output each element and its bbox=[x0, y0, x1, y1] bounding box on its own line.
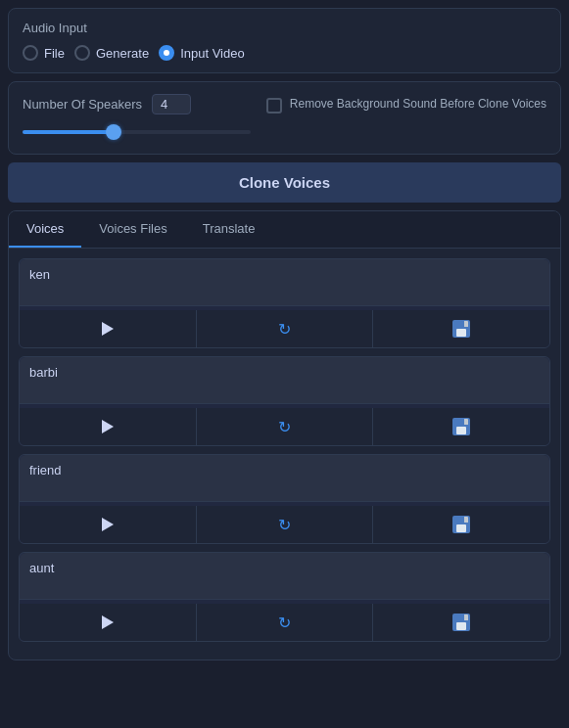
voice-textarea-barbi[interactable]: barbi bbox=[20, 357, 549, 404]
radio-input-video-circle bbox=[159, 45, 174, 61]
refresh-icon-barbi: ↻ bbox=[278, 418, 291, 436]
speakers-header: Number Of Speakers bbox=[23, 94, 251, 114]
floppy-icon-friend bbox=[452, 516, 470, 533]
speakers-label: Number Of Speakers bbox=[23, 97, 142, 112]
audio-input-panel: Audio Input File Generate Input Video bbox=[8, 8, 561, 73]
radio-generate-label: Generate bbox=[96, 46, 149, 61]
voice-actions-friend: ↻ bbox=[20, 506, 549, 543]
save-btn-ken[interactable] bbox=[373, 310, 549, 347]
voice-actions-barbi: ↻ bbox=[20, 408, 549, 445]
refresh-btn-friend[interactable]: ↻ bbox=[197, 506, 374, 543]
refresh-btn-aunt[interactable]: ↻ bbox=[197, 604, 374, 641]
voice-textarea-ken[interactable]: ken bbox=[20, 259, 549, 306]
voice-card-ken: ken ↻ bbox=[19, 258, 550, 348]
voice-card-aunt: aunt ↻ bbox=[19, 552, 550, 642]
save-btn-barbi[interactable] bbox=[373, 408, 549, 445]
tabs-panel: Voices Voices Files Translate ken ↻ bbox=[8, 210, 561, 660]
speakers-right: Remove Background Sound Before Clone Voi… bbox=[266, 94, 546, 114]
audio-input-label: Audio Input bbox=[23, 21, 546, 35]
speakers-value-input[interactable] bbox=[152, 94, 191, 114]
voice-textarea-friend[interactable]: friend bbox=[20, 455, 549, 502]
speakers-left: Number Of Speakers bbox=[23, 94, 251, 142]
slider-container bbox=[23, 122, 251, 142]
audio-input-radio-group: File Generate Input Video bbox=[23, 45, 546, 61]
voice-textarea-aunt[interactable]: aunt bbox=[20, 553, 549, 600]
floppy-icon-aunt bbox=[452, 614, 470, 631]
radio-file-circle bbox=[23, 45, 38, 61]
speakers-panel: Number Of Speakers Remove Background Sou… bbox=[8, 81, 561, 155]
remove-bg-container: Remove Background Sound Before Clone Voi… bbox=[266, 96, 546, 114]
play-btn-ken[interactable] bbox=[20, 310, 197, 347]
radio-generate-circle bbox=[74, 45, 90, 61]
radio-file-label: File bbox=[44, 46, 65, 61]
play-icon-ken bbox=[102, 322, 114, 336]
refresh-icon-aunt: ↻ bbox=[278, 614, 291, 632]
slider-fill bbox=[23, 130, 114, 134]
save-btn-aunt[interactable] bbox=[373, 604, 549, 641]
tabs-header: Voices Voices Files Translate bbox=[9, 211, 560, 249]
voice-card-friend: friend ↻ bbox=[19, 454, 550, 544]
remove-bg-label: Remove Background Sound Before Clone Voi… bbox=[290, 96, 546, 113]
refresh-btn-barbi[interactable]: ↻ bbox=[197, 408, 374, 445]
slider-track bbox=[23, 130, 251, 134]
refresh-btn-ken[interactable]: ↻ bbox=[197, 310, 374, 347]
voice-actions-aunt: ↻ bbox=[20, 604, 549, 641]
save-btn-friend[interactable] bbox=[373, 506, 549, 543]
radio-input-video[interactable]: Input Video bbox=[159, 45, 245, 61]
voice-actions-ken: ↻ bbox=[20, 310, 549, 347]
voice-card-barbi: barbi ↻ bbox=[19, 356, 550, 446]
speakers-row: Number Of Speakers Remove Background Sou… bbox=[23, 94, 546, 142]
radio-generate[interactable]: Generate bbox=[74, 45, 149, 61]
play-icon-aunt bbox=[102, 615, 114, 629]
slider-thumb[interactable] bbox=[106, 124, 121, 140]
radio-input-video-label: Input Video bbox=[180, 46, 245, 61]
floppy-icon-barbi bbox=[452, 418, 470, 435]
tabs-content: ken ↻ barbi bbox=[9, 249, 560, 660]
play-btn-aunt[interactable] bbox=[20, 604, 197, 641]
play-btn-barbi[interactable] bbox=[20, 408, 197, 445]
radio-file[interactable]: File bbox=[23, 45, 65, 61]
refresh-icon-ken: ↻ bbox=[278, 320, 291, 339]
play-icon-barbi bbox=[102, 420, 114, 433]
play-btn-friend[interactable] bbox=[20, 506, 197, 543]
tab-voices-files[interactable]: Voices Files bbox=[81, 211, 184, 248]
play-icon-friend bbox=[102, 518, 114, 531]
floppy-icon-ken bbox=[452, 320, 470, 338]
tab-translate[interactable]: Translate bbox=[185, 211, 273, 248]
refresh-icon-friend: ↻ bbox=[278, 516, 291, 534]
remove-bg-checkbox[interactable] bbox=[266, 98, 282, 114]
clone-voices-button[interactable]: Clone Voices bbox=[8, 162, 561, 203]
tab-voices[interactable]: Voices bbox=[9, 211, 81, 248]
